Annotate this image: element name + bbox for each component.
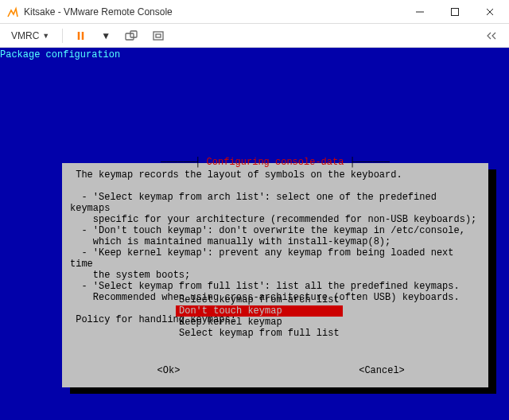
close-button[interactable] bbox=[472, 1, 507, 23]
config-dialog: ──────┤ Configuring console-data ├──────… bbox=[62, 163, 488, 387]
console-viewport[interactable]: Package configuration ──────┤ Configurin… bbox=[0, 48, 509, 420]
option-3[interactable]: Select keymap from full list bbox=[176, 328, 343, 339]
cancel-button[interactable]: <Cancel> bbox=[357, 365, 406, 376]
option-1[interactable]: Don't touch keymap bbox=[176, 305, 343, 317]
vmrc-menu-label: VMRC bbox=[11, 30, 39, 41]
vmrc-menu[interactable]: VMRC ▼ bbox=[6, 27, 54, 45]
dialog-buttons: <Ok> <Cancel> bbox=[62, 365, 488, 376]
minimize-button[interactable] bbox=[402, 1, 437, 23]
chevron-down-icon: ▼ bbox=[42, 32, 49, 40]
toolbar: VMRC ▼ ▼ bbox=[0, 24, 509, 48]
chevron-down-icon: ▼ bbox=[101, 30, 111, 41]
power-caret[interactable]: ▼ bbox=[96, 27, 115, 45]
maximize-button[interactable] bbox=[437, 1, 472, 23]
option-0[interactable]: Select keymap from arch list bbox=[176, 294, 343, 305]
pause-button[interactable] bbox=[71, 27, 91, 45]
option-2[interactable]: Keep kernel keymap bbox=[176, 317, 343, 328]
svg-rect-1 bbox=[452, 8, 459, 15]
svg-rect-8 bbox=[153, 32, 163, 40]
app-icon bbox=[6, 6, 19, 18]
options-list: Select keymap from arch listDon't touch … bbox=[176, 294, 343, 339]
svg-rect-6 bbox=[126, 33, 134, 40]
collapse-toolbar-button[interactable] bbox=[480, 27, 503, 45]
svg-rect-9 bbox=[156, 34, 161, 37]
ok-button[interactable]: <Ok> bbox=[156, 365, 182, 376]
send-cad-button[interactable] bbox=[120, 27, 142, 45]
page-header: Package configuration bbox=[0, 49, 120, 60]
window-title: Kitsake - VMware Remote Console bbox=[24, 6, 402, 18]
separator bbox=[62, 29, 63, 43]
dialog-title: ──────┤ Configuring console-data ├────── bbox=[62, 157, 488, 168]
window-titlebar: Kitsake - VMware Remote Console bbox=[0, 0, 509, 24]
fullscreen-button[interactable] bbox=[147, 27, 169, 45]
